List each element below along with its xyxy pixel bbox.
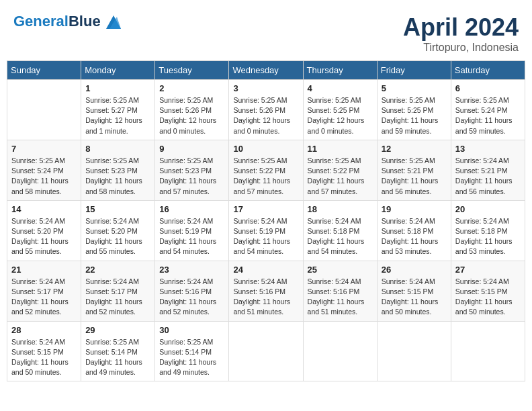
day-info: Sunrise: 5:24 AM Sunset: 5:16 PM Dayligh… xyxy=(308,277,373,318)
calendar-day-cell: 18Sunrise: 5:24 AM Sunset: 5:18 PM Dayli… xyxy=(303,200,377,261)
logo: GeneralBlue xyxy=(13,13,121,30)
calendar-day-cell xyxy=(377,321,451,381)
day-number: 30 xyxy=(159,325,224,335)
calendar-day-cell: 9Sunrise: 5:25 AM Sunset: 5:23 PM Daylig… xyxy=(155,140,229,200)
calendar-day-cell: 7Sunrise: 5:25 AM Sunset: 5:24 PM Daylig… xyxy=(7,140,81,200)
weekday-header-cell: Monday xyxy=(81,61,155,80)
day-number: 24 xyxy=(233,265,298,275)
day-info: Sunrise: 5:25 AM Sunset: 5:27 PM Dayligh… xyxy=(85,95,150,136)
day-number: 20 xyxy=(455,204,521,214)
day-number: 17 xyxy=(233,204,298,214)
day-info: Sunrise: 5:24 AM Sunset: 5:21 PM Dayligh… xyxy=(455,156,521,197)
month-title: April 2024 xyxy=(403,13,519,42)
day-number: 11 xyxy=(308,144,373,154)
weekday-header-cell: Tuesday xyxy=(155,61,229,80)
day-number: 23 xyxy=(159,265,224,275)
day-number: 5 xyxy=(382,83,447,93)
calendar-day-cell: 25Sunrise: 5:24 AM Sunset: 5:16 PM Dayli… xyxy=(303,261,377,321)
day-number: 15 xyxy=(85,204,150,214)
day-info: Sunrise: 5:24 AM Sunset: 5:16 PM Dayligh… xyxy=(233,277,298,318)
day-info: Sunrise: 5:24 AM Sunset: 5:20 PM Dayligh… xyxy=(85,216,150,257)
day-number: 7 xyxy=(11,144,77,154)
day-info: Sunrise: 5:24 AM Sunset: 5:18 PM Dayligh… xyxy=(455,216,521,257)
calendar-day-cell: 22Sunrise: 5:24 AM Sunset: 5:17 PM Dayli… xyxy=(81,261,155,321)
calendar-day-cell: 4Sunrise: 5:25 AM Sunset: 5:25 PM Daylig… xyxy=(303,80,377,140)
day-info: Sunrise: 5:25 AM Sunset: 5:21 PM Dayligh… xyxy=(382,156,447,197)
logo-icon xyxy=(106,15,121,29)
calendar-day-cell: 30Sunrise: 5:25 AM Sunset: 5:14 PM Dayli… xyxy=(155,321,229,381)
weekday-header-cell: Wednesday xyxy=(229,61,303,80)
day-info: Sunrise: 5:25 AM Sunset: 5:24 PM Dayligh… xyxy=(455,95,521,136)
calendar-table: SundayMondayTuesdayWednesdayThursdayFrid… xyxy=(7,60,525,381)
calendar-day-cell: 17Sunrise: 5:24 AM Sunset: 5:19 PM Dayli… xyxy=(229,200,303,261)
calendar-day-cell: 2Sunrise: 5:25 AM Sunset: 5:26 PM Daylig… xyxy=(155,80,229,140)
weekday-header-cell: Saturday xyxy=(451,61,525,80)
calendar-day-cell: 14Sunrise: 5:24 AM Sunset: 5:20 PM Dayli… xyxy=(7,200,81,261)
day-number: 16 xyxy=(159,204,224,214)
calendar-day-cell: 20Sunrise: 5:24 AM Sunset: 5:18 PM Dayli… xyxy=(451,200,525,261)
day-number: 27 xyxy=(455,265,521,275)
calendar-day-cell: 8Sunrise: 5:25 AM Sunset: 5:23 PM Daylig… xyxy=(81,140,155,200)
title-block: April 2024 Tirtopuro, Indonesia xyxy=(403,13,519,54)
day-number: 13 xyxy=(455,144,521,154)
day-number: 14 xyxy=(11,204,77,214)
calendar-day-cell: 26Sunrise: 5:24 AM Sunset: 5:15 PM Dayli… xyxy=(377,261,451,321)
day-number: 10 xyxy=(233,144,298,154)
day-info: Sunrise: 5:25 AM Sunset: 5:26 PM Dayligh… xyxy=(159,95,224,136)
calendar-week-row: 7Sunrise: 5:25 AM Sunset: 5:24 PM Daylig… xyxy=(7,140,525,200)
calendar-day-cell: 21Sunrise: 5:24 AM Sunset: 5:17 PM Dayli… xyxy=(7,261,81,321)
day-info: Sunrise: 5:25 AM Sunset: 5:22 PM Dayligh… xyxy=(308,156,373,197)
calendar-day-cell: 1Sunrise: 5:25 AM Sunset: 5:27 PM Daylig… xyxy=(81,80,155,140)
calendar-day-cell: 11Sunrise: 5:25 AM Sunset: 5:22 PM Dayli… xyxy=(303,140,377,200)
calendar-day-cell: 19Sunrise: 5:24 AM Sunset: 5:18 PM Dayli… xyxy=(377,200,451,261)
calendar-day-cell: 16Sunrise: 5:24 AM Sunset: 5:19 PM Dayli… xyxy=(155,200,229,261)
day-number: 6 xyxy=(455,83,521,93)
calendar-day-cell: 12Sunrise: 5:25 AM Sunset: 5:21 PM Dayli… xyxy=(377,140,451,200)
day-number: 22 xyxy=(85,265,150,275)
day-number: 26 xyxy=(382,265,447,275)
calendar-day-cell: 28Sunrise: 5:24 AM Sunset: 5:15 PM Dayli… xyxy=(7,321,81,381)
day-number: 4 xyxy=(308,83,373,93)
day-info: Sunrise: 5:24 AM Sunset: 5:17 PM Dayligh… xyxy=(85,277,150,318)
calendar-day-cell: 24Sunrise: 5:24 AM Sunset: 5:16 PM Dayli… xyxy=(229,261,303,321)
day-info: Sunrise: 5:25 AM Sunset: 5:26 PM Dayligh… xyxy=(233,95,298,136)
calendar-day-cell: 6Sunrise: 5:25 AM Sunset: 5:24 PM Daylig… xyxy=(451,80,525,140)
day-number: 18 xyxy=(308,204,373,214)
calendar-day-cell: 27Sunrise: 5:24 AM Sunset: 5:15 PM Dayli… xyxy=(451,261,525,321)
calendar-week-row: 14Sunrise: 5:24 AM Sunset: 5:20 PM Dayli… xyxy=(7,200,525,261)
day-number: 29 xyxy=(85,325,150,335)
page-header: GeneralBlue April 2024 Tirtopuro, Indone… xyxy=(7,7,525,57)
day-number: 3 xyxy=(233,83,298,93)
day-info: Sunrise: 5:24 AM Sunset: 5:18 PM Dayligh… xyxy=(308,216,373,257)
weekday-header-cell: Friday xyxy=(377,61,451,80)
day-number: 2 xyxy=(159,83,224,93)
day-info: Sunrise: 5:24 AM Sunset: 5:19 PM Dayligh… xyxy=(233,216,298,257)
day-info: Sunrise: 5:24 AM Sunset: 5:17 PM Dayligh… xyxy=(11,277,77,318)
calendar-day-cell xyxy=(7,80,81,140)
day-info: Sunrise: 5:24 AM Sunset: 5:18 PM Dayligh… xyxy=(382,216,447,257)
day-number: 25 xyxy=(308,265,373,275)
day-info: Sunrise: 5:24 AM Sunset: 5:19 PM Dayligh… xyxy=(159,216,224,257)
day-info: Sunrise: 5:24 AM Sunset: 5:15 PM Dayligh… xyxy=(382,277,447,318)
calendar-day-cell: 10Sunrise: 5:25 AM Sunset: 5:22 PM Dayli… xyxy=(229,140,303,200)
day-info: Sunrise: 5:25 AM Sunset: 5:25 PM Dayligh… xyxy=(382,95,447,136)
day-number: 21 xyxy=(11,265,77,275)
day-info: Sunrise: 5:24 AM Sunset: 5:16 PM Dayligh… xyxy=(159,277,224,318)
calendar-body: 1Sunrise: 5:25 AM Sunset: 5:27 PM Daylig… xyxy=(7,80,525,381)
day-info: Sunrise: 5:24 AM Sunset: 5:15 PM Dayligh… xyxy=(455,277,521,318)
day-number: 28 xyxy=(11,325,77,335)
calendar-week-row: 21Sunrise: 5:24 AM Sunset: 5:17 PM Dayli… xyxy=(7,261,525,321)
calendar-day-cell: 23Sunrise: 5:24 AM Sunset: 5:16 PM Dayli… xyxy=(155,261,229,321)
day-info: Sunrise: 5:24 AM Sunset: 5:15 PM Dayligh… xyxy=(11,337,77,378)
calendar-day-cell: 29Sunrise: 5:25 AM Sunset: 5:14 PM Dayli… xyxy=(81,321,155,381)
location-subtitle: Tirtopuro, Indonesia xyxy=(403,42,519,54)
day-info: Sunrise: 5:25 AM Sunset: 5:23 PM Dayligh… xyxy=(85,156,150,197)
weekday-header-cell: Sunday xyxy=(7,61,81,80)
day-number: 19 xyxy=(382,204,447,214)
calendar-day-cell xyxy=(229,321,303,381)
day-number: 12 xyxy=(382,144,447,154)
day-info: Sunrise: 5:25 AM Sunset: 5:14 PM Dayligh… xyxy=(159,337,224,378)
day-info: Sunrise: 5:25 AM Sunset: 5:22 PM Dayligh… xyxy=(233,156,298,197)
day-number: 8 xyxy=(85,144,150,154)
calendar-day-cell: 13Sunrise: 5:24 AM Sunset: 5:21 PM Dayli… xyxy=(451,140,525,200)
